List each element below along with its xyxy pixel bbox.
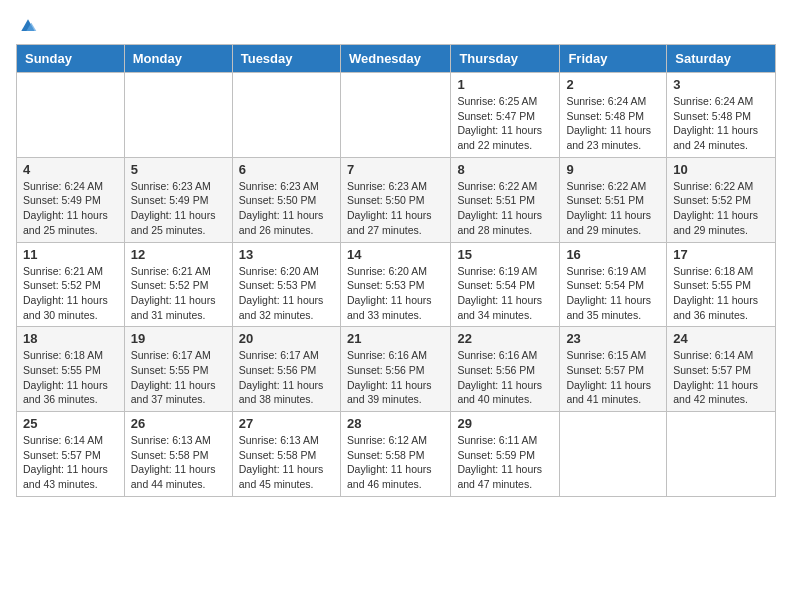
day-number: 6 [239,162,334,177]
day-number: 27 [239,416,334,431]
calendar-cell [667,412,776,497]
day-info: Sunrise: 6:24 AMSunset: 5:48 PMDaylight:… [566,94,660,153]
logo [16,16,38,36]
calendar-cell: 12Sunrise: 6:21 AMSunset: 5:52 PMDayligh… [124,242,232,327]
calendar-table: SundayMondayTuesdayWednesdayThursdayFrid… [16,44,776,497]
calendar-cell: 25Sunrise: 6:14 AMSunset: 5:57 PMDayligh… [17,412,125,497]
day-info: Sunrise: 6:23 AMSunset: 5:50 PMDaylight:… [239,179,334,238]
day-info: Sunrise: 6:19 AMSunset: 5:54 PMDaylight:… [457,264,553,323]
logo-icon [18,16,38,36]
day-number: 15 [457,247,553,262]
day-info: Sunrise: 6:15 AMSunset: 5:57 PMDaylight:… [566,348,660,407]
calendar-cell: 5Sunrise: 6:23 AMSunset: 5:49 PMDaylight… [124,157,232,242]
calendar-cell: 13Sunrise: 6:20 AMSunset: 5:53 PMDayligh… [232,242,340,327]
day-info: Sunrise: 6:16 AMSunset: 5:56 PMDaylight:… [457,348,553,407]
calendar-cell: 29Sunrise: 6:11 AMSunset: 5:59 PMDayligh… [451,412,560,497]
day-info: Sunrise: 6:21 AMSunset: 5:52 PMDaylight:… [131,264,226,323]
day-number: 12 [131,247,226,262]
calendar-cell: 19Sunrise: 6:17 AMSunset: 5:55 PMDayligh… [124,327,232,412]
day-number: 18 [23,331,118,346]
calendar-cell: 22Sunrise: 6:16 AMSunset: 5:56 PMDayligh… [451,327,560,412]
weekday-header: Saturday [667,45,776,73]
day-number: 11 [23,247,118,262]
calendar-cell: 7Sunrise: 6:23 AMSunset: 5:50 PMDaylight… [340,157,450,242]
day-number: 3 [673,77,769,92]
day-number: 25 [23,416,118,431]
day-info: Sunrise: 6:23 AMSunset: 5:50 PMDaylight:… [347,179,444,238]
day-info: Sunrise: 6:25 AMSunset: 5:47 PMDaylight:… [457,94,553,153]
day-number: 17 [673,247,769,262]
day-number: 4 [23,162,118,177]
day-number: 10 [673,162,769,177]
day-number: 23 [566,331,660,346]
calendar-row: 18Sunrise: 6:18 AMSunset: 5:55 PMDayligh… [17,327,776,412]
calendar-cell [124,73,232,158]
calendar-row: 25Sunrise: 6:14 AMSunset: 5:57 PMDayligh… [17,412,776,497]
day-info: Sunrise: 6:22 AMSunset: 5:52 PMDaylight:… [673,179,769,238]
day-number: 13 [239,247,334,262]
day-number: 1 [457,77,553,92]
calendar-cell: 11Sunrise: 6:21 AMSunset: 5:52 PMDayligh… [17,242,125,327]
calendar-cell [340,73,450,158]
day-number: 28 [347,416,444,431]
day-info: Sunrise: 6:13 AMSunset: 5:58 PMDaylight:… [131,433,226,492]
day-number: 21 [347,331,444,346]
day-info: Sunrise: 6:16 AMSunset: 5:56 PMDaylight:… [347,348,444,407]
weekday-header: Sunday [17,45,125,73]
day-info: Sunrise: 6:24 AMSunset: 5:48 PMDaylight:… [673,94,769,153]
day-info: Sunrise: 6:20 AMSunset: 5:53 PMDaylight:… [347,264,444,323]
day-info: Sunrise: 6:11 AMSunset: 5:59 PMDaylight:… [457,433,553,492]
day-number: 9 [566,162,660,177]
day-number: 5 [131,162,226,177]
calendar-cell: 27Sunrise: 6:13 AMSunset: 5:58 PMDayligh… [232,412,340,497]
day-number: 29 [457,416,553,431]
calendar-row: 11Sunrise: 6:21 AMSunset: 5:52 PMDayligh… [17,242,776,327]
day-number: 20 [239,331,334,346]
day-info: Sunrise: 6:17 AMSunset: 5:55 PMDaylight:… [131,348,226,407]
header-row: SundayMondayTuesdayWednesdayThursdayFrid… [17,45,776,73]
day-info: Sunrise: 6:18 AMSunset: 5:55 PMDaylight:… [23,348,118,407]
calendar-cell: 3Sunrise: 6:24 AMSunset: 5:48 PMDaylight… [667,73,776,158]
day-number: 8 [457,162,553,177]
day-info: Sunrise: 6:13 AMSunset: 5:58 PMDaylight:… [239,433,334,492]
calendar-cell: 10Sunrise: 6:22 AMSunset: 5:52 PMDayligh… [667,157,776,242]
calendar-cell: 23Sunrise: 6:15 AMSunset: 5:57 PMDayligh… [560,327,667,412]
calendar-row: 1Sunrise: 6:25 AMSunset: 5:47 PMDaylight… [17,73,776,158]
calendar-cell: 4Sunrise: 6:24 AMSunset: 5:49 PMDaylight… [17,157,125,242]
weekday-header: Friday [560,45,667,73]
day-info: Sunrise: 6:14 AMSunset: 5:57 PMDaylight:… [23,433,118,492]
day-number: 19 [131,331,226,346]
day-number: 24 [673,331,769,346]
calendar-cell [17,73,125,158]
day-info: Sunrise: 6:20 AMSunset: 5:53 PMDaylight:… [239,264,334,323]
calendar-cell: 21Sunrise: 6:16 AMSunset: 5:56 PMDayligh… [340,327,450,412]
calendar-cell: 9Sunrise: 6:22 AMSunset: 5:51 PMDaylight… [560,157,667,242]
page-header [16,16,776,36]
day-info: Sunrise: 6:22 AMSunset: 5:51 PMDaylight:… [457,179,553,238]
calendar-cell: 28Sunrise: 6:12 AMSunset: 5:58 PMDayligh… [340,412,450,497]
day-info: Sunrise: 6:24 AMSunset: 5:49 PMDaylight:… [23,179,118,238]
day-info: Sunrise: 6:18 AMSunset: 5:55 PMDaylight:… [673,264,769,323]
calendar-cell: 15Sunrise: 6:19 AMSunset: 5:54 PMDayligh… [451,242,560,327]
day-info: Sunrise: 6:22 AMSunset: 5:51 PMDaylight:… [566,179,660,238]
day-number: 26 [131,416,226,431]
calendar-cell: 17Sunrise: 6:18 AMSunset: 5:55 PMDayligh… [667,242,776,327]
day-number: 22 [457,331,553,346]
calendar-cell: 6Sunrise: 6:23 AMSunset: 5:50 PMDaylight… [232,157,340,242]
calendar-cell [232,73,340,158]
day-info: Sunrise: 6:14 AMSunset: 5:57 PMDaylight:… [673,348,769,407]
day-info: Sunrise: 6:12 AMSunset: 5:58 PMDaylight:… [347,433,444,492]
calendar-cell: 16Sunrise: 6:19 AMSunset: 5:54 PMDayligh… [560,242,667,327]
calendar-cell: 8Sunrise: 6:22 AMSunset: 5:51 PMDaylight… [451,157,560,242]
day-info: Sunrise: 6:23 AMSunset: 5:49 PMDaylight:… [131,179,226,238]
calendar-cell: 24Sunrise: 6:14 AMSunset: 5:57 PMDayligh… [667,327,776,412]
day-info: Sunrise: 6:21 AMSunset: 5:52 PMDaylight:… [23,264,118,323]
weekday-header: Thursday [451,45,560,73]
calendar-cell: 14Sunrise: 6:20 AMSunset: 5:53 PMDayligh… [340,242,450,327]
calendar-cell: 1Sunrise: 6:25 AMSunset: 5:47 PMDaylight… [451,73,560,158]
calendar-cell [560,412,667,497]
calendar-row: 4Sunrise: 6:24 AMSunset: 5:49 PMDaylight… [17,157,776,242]
weekday-header: Tuesday [232,45,340,73]
calendar-cell: 18Sunrise: 6:18 AMSunset: 5:55 PMDayligh… [17,327,125,412]
weekday-header: Wednesday [340,45,450,73]
